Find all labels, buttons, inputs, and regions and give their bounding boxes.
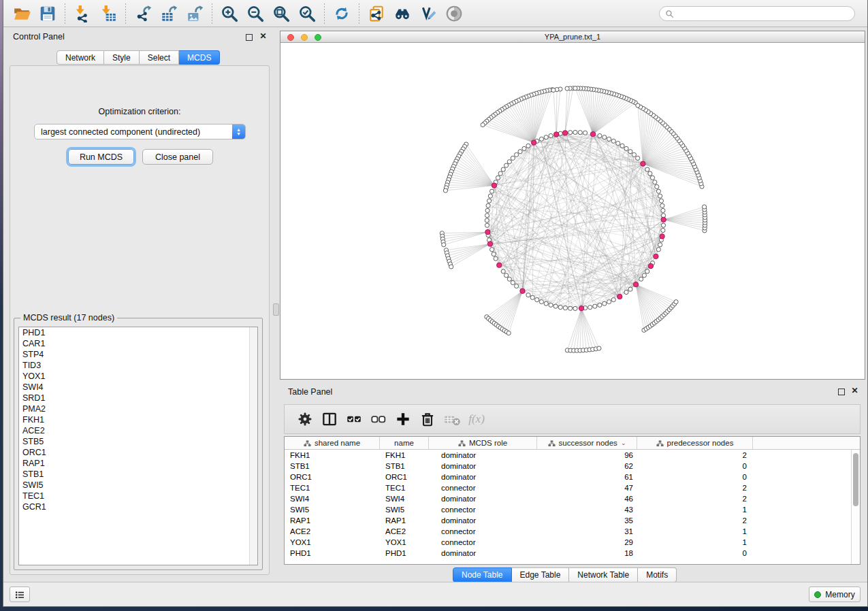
- network-node[interactable]: [616, 142, 620, 146]
- network-node[interactable]: [659, 199, 663, 203]
- network-node[interactable]: [655, 184, 659, 188]
- delete-column-button[interactable]: [415, 408, 440, 431]
- mcds-result-item[interactable]: YOX1: [19, 371, 257, 382]
- network-node[interactable]: [645, 269, 649, 274]
- tab-network-table[interactable]: Network Table: [569, 567, 638, 582]
- tab-motifs[interactable]: Motifs: [638, 567, 677, 582]
- table-row[interactable]: ORC1ORC1dominator610: [285, 472, 851, 482]
- network-node[interactable]: [507, 277, 511, 281]
- mcds-node[interactable]: [648, 263, 653, 268]
- network-node[interactable]: [656, 189, 660, 193]
- network-node[interactable]: [492, 252, 496, 256]
- tab-node-table[interactable]: Node Table: [453, 567, 512, 582]
- network-node[interactable]: [620, 144, 624, 148]
- column-header-name[interactable]: name: [380, 437, 429, 449]
- table-row[interactable]: SWI5SWI5connector431: [285, 504, 851, 515]
- mcds-result-item[interactable]: TID3: [19, 360, 257, 371]
- network-node[interactable]: [598, 133, 602, 137]
- network-node[interactable]: [583, 131, 587, 135]
- network-node[interactable]: [514, 284, 518, 288]
- network-node[interactable]: [636, 156, 640, 160]
- network-node[interactable]: [549, 303, 553, 307]
- network-node[interactable]: [551, 88, 556, 92]
- import-network-button[interactable]: [69, 3, 95, 24]
- mcds-result-item[interactable]: PHD1: [19, 327, 257, 338]
- mcds-node[interactable]: [579, 306, 583, 310]
- zoom-out-button[interactable]: [242, 3, 268, 24]
- network-node[interactable]: [636, 103, 640, 108]
- network-node[interactable]: [485, 218, 489, 222]
- mcds-result-item[interactable]: RAP1: [19, 458, 257, 469]
- network-node[interactable]: [639, 277, 643, 281]
- table-row[interactable]: PHD1PHD1dominator180: [285, 548, 851, 559]
- network-node[interactable]: [607, 137, 611, 141]
- mcds-result-item[interactable]: ACE2: [19, 425, 257, 436]
- table-row[interactable]: ACE2ACE2connector311: [285, 526, 851, 537]
- scrollbar-thumb[interactable]: [853, 453, 858, 506]
- run-mcds-button[interactable]: Run MCDS: [68, 149, 134, 165]
- mcds-node[interactable]: [633, 282, 638, 286]
- network-node[interactable]: [653, 180, 657, 184]
- mcds-result-item[interactable]: STP4: [19, 349, 257, 360]
- tab-mcds[interactable]: MCDS: [179, 50, 220, 65]
- network-node[interactable]: [648, 171, 652, 176]
- zoom-fit-button[interactable]: [268, 3, 294, 24]
- network-node[interactable]: [504, 163, 509, 167]
- network-node[interactable]: [485, 208, 489, 212]
- mcds-node[interactable]: [520, 288, 525, 293]
- list-scrollbar[interactable]: [249, 327, 257, 565]
- network-node[interactable]: [650, 176, 654, 180]
- network-node[interactable]: [544, 135, 548, 139]
- mcds-result-item[interactable]: TEC1: [19, 491, 257, 501]
- mcds-result-item[interactable]: FKH1: [19, 414, 257, 425]
- network-node[interactable]: [607, 299, 611, 303]
- network-node[interactable]: [674, 300, 678, 304]
- network-node[interactable]: [514, 152, 518, 156]
- task-history-button[interactable]: [10, 587, 30, 602]
- network-node[interactable]: [549, 133, 553, 137]
- mcds-node[interactable]: [661, 217, 666, 222]
- mcds-result-item[interactable]: STB5: [19, 436, 257, 447]
- network-node[interactable]: [539, 137, 543, 141]
- table-row[interactable]: TEC1TEC1connector472: [285, 482, 851, 493]
- network-node[interactable]: [511, 280, 515, 284]
- network-node[interactable]: [507, 160, 511, 164]
- network-node[interactable]: [658, 243, 662, 247]
- save-session-button[interactable]: [35, 3, 61, 24]
- network-node[interactable]: [565, 86, 569, 90]
- mcds-result-item[interactable]: STB1: [19, 469, 257, 480]
- network-node[interactable]: [593, 304, 597, 308]
- mcds-node[interactable]: [654, 254, 658, 259]
- refresh-view-button[interactable]: [329, 3, 355, 24]
- panel-splitter[interactable]: [273, 28, 279, 582]
- close-panel-icon[interactable]: ✕: [259, 33, 268, 42]
- network-node[interactable]: [504, 274, 509, 278]
- network-node[interactable]: [573, 86, 577, 90]
- network-node[interactable]: [501, 269, 505, 274]
- select-all-button[interactable]: [342, 408, 366, 431]
- network-node[interactable]: [442, 243, 446, 247]
- open-session-button[interactable]: [9, 3, 35, 24]
- network-node[interactable]: [526, 293, 530, 297]
- graphics-details-button[interactable]: [415, 3, 441, 24]
- zoom-in-button[interactable]: [216, 3, 242, 24]
- splitter-handle-icon[interactable]: [273, 303, 279, 316]
- network-node[interactable]: [568, 131, 573, 135]
- zoom-selected-button[interactable]: [294, 3, 320, 24]
- table-scrollbar[interactable]: [851, 450, 860, 564]
- column-header-successor-nodes[interactable]: successor nodes⌄: [537, 437, 637, 449]
- mcds-node[interactable]: [497, 263, 502, 267]
- network-node[interactable]: [530, 295, 534, 299]
- mcds-node[interactable]: [485, 229, 490, 234]
- deselect-all-button[interactable]: [366, 408, 391, 431]
- mcds-result-item[interactable]: PMA2: [19, 403, 257, 414]
- table-row[interactable]: FKH1FKH1dominator962: [285, 450, 851, 461]
- network-node[interactable]: [558, 306, 562, 310]
- network-node[interactable]: [511, 156, 515, 160]
- mcds-result-list[interactable]: PHD1CAR1STP4TID3YOX1SWI4SRD1PMA2FKH1ACE2…: [18, 327, 258, 565]
- table-row[interactable]: YOX1YOX1connector291: [285, 537, 851, 548]
- network-node[interactable]: [573, 306, 577, 310]
- tab-select[interactable]: Select: [140, 50, 179, 65]
- mcds-node[interactable]: [562, 131, 567, 135]
- network-node[interactable]: [449, 265, 453, 269]
